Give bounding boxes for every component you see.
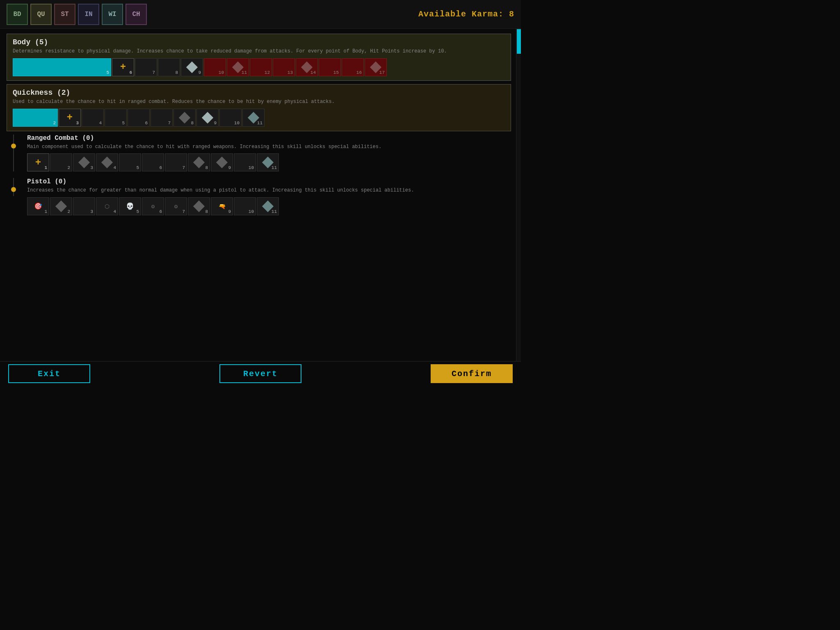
- body-cell-9: 9: [181, 58, 203, 76]
- body-stat-title: Body (5): [13, 38, 505, 46]
- pistol-cell-10: 10: [234, 197, 256, 215]
- gun-icon: 🔫: [219, 203, 226, 210]
- ranged-combat-cell-4: 4: [96, 153, 118, 171]
- diamond-icon: [193, 157, 205, 168]
- diamond-icon: [78, 157, 90, 168]
- pistol-desc: Increases the chance for greater than no…: [27, 187, 511, 194]
- pistol-cell-3: 3: [73, 197, 95, 215]
- ranged-combat-cell-6: 6: [142, 153, 164, 171]
- body-cell-7: 7: [135, 58, 157, 76]
- tab-ch[interactable]: CH: [126, 4, 147, 25]
- quickness-cell-9: 9: [196, 109, 219, 127]
- scrollbar-thumb[interactable]: [517, 29, 521, 54]
- pistol-cell-6: ⚙ 6: [142, 197, 164, 215]
- ranged-combat-bar-row: +1 2 3 4 5 6 7 8: [27, 153, 511, 171]
- pistol-cell-8: 8: [188, 197, 210, 215]
- body-plus-button[interactable]: +6: [112, 58, 134, 76]
- pistol-cell-2: 2: [50, 197, 72, 215]
- ranged-combat-cell-3: 3: [73, 153, 95, 171]
- ranged-combat-cell-9: 9: [211, 153, 233, 171]
- ranged-combat-title: Ranged Combat (0): [27, 135, 511, 142]
- quickness-cell-4: 4: [82, 109, 104, 127]
- quickness-cell-5: 5: [105, 109, 127, 127]
- main-content: Body (5) Determines resistance to physic…: [0, 29, 521, 361]
- diamond-icon: [216, 157, 228, 168]
- quickness-stat-section: Quickness (2) Used to calculate the chan…: [7, 84, 511, 131]
- body-cell-10: 10: [204, 58, 226, 76]
- pistol-cell-1: 🎯 1: [27, 197, 49, 215]
- tab-wi[interactable]: WI: [102, 4, 123, 25]
- footer: Exit Revert Confirm: [0, 361, 521, 386]
- quickness-cell-6: 6: [128, 109, 150, 127]
- revert-button[interactable]: Revert: [219, 364, 301, 383]
- diamond-icon: [202, 112, 213, 123]
- body-bar-filled: 5: [13, 58, 111, 76]
- quickness-cell-10: 10: [219, 109, 242, 127]
- ranged-combat-desc: Main component used to calculate the cha…: [27, 144, 511, 151]
- pistol-section: Pistol (0) Increases the chance for grea…: [7, 178, 511, 215]
- tab-bd[interactable]: BD: [7, 4, 28, 25]
- ranged-combat-cell-8: 8: [188, 153, 210, 171]
- ranged-combat-cell-10: 10: [234, 153, 256, 171]
- body-cell-8: 8: [158, 58, 180, 76]
- quickness-plus-button[interactable]: +3: [59, 109, 81, 127]
- diamond-icon: [193, 201, 205, 212]
- quickness-cell-7: 7: [151, 109, 173, 127]
- pistol-bar-row: 🎯 1 2 3 ⬡ 4 💀 5 ⚙ 6: [27, 197, 511, 215]
- diamond-icon: [179, 112, 190, 123]
- ranged-combat-cell-11: 11: [257, 153, 279, 171]
- ranged-combat-section: Ranged Combat (0) Main component used to…: [7, 135, 511, 172]
- pistol-cell-5: 💀 5: [119, 197, 141, 215]
- body-bar-row: 5 +6 7 8 9 10 11 12 13: [13, 58, 505, 76]
- quickness-cell-8: 8: [173, 109, 196, 127]
- quickness-stat-title: Quickness (2): [13, 89, 505, 97]
- skill-dot: [11, 144, 16, 148]
- karma-display: Available Karma: 8: [418, 9, 514, 19]
- body-cell-14: 14: [296, 58, 318, 76]
- body-stat-section: Body (5) Determines resistance to physic…: [7, 34, 511, 81]
- body-cell-16: 16: [342, 58, 364, 76]
- scrollbar[interactable]: [516, 29, 521, 361]
- bullet-icon: ⬡: [105, 203, 110, 210]
- body-cell-15: 15: [319, 58, 341, 76]
- tab-st[interactable]: ST: [54, 4, 75, 25]
- body-label-5: 5: [106, 70, 109, 75]
- quickness-bar-filled: 2: [13, 109, 58, 127]
- gear-icon: ⚙: [151, 203, 155, 210]
- confirm-button[interactable]: Confirm: [431, 364, 513, 383]
- diamond-icon: [101, 157, 113, 168]
- skill-connector: [13, 135, 14, 172]
- skill-dot-pistol: [11, 187, 16, 192]
- body-cell-17: 17: [365, 58, 387, 76]
- ranged-combat-cell-7: 7: [165, 153, 187, 171]
- diamond-icon: [55, 201, 67, 212]
- body-cell-11: 11: [227, 58, 249, 76]
- quickness-label-2: 2: [53, 121, 56, 126]
- tab-in[interactable]: IN: [78, 4, 99, 25]
- ranged-combat-cell-2: 2: [50, 153, 72, 171]
- nav-tabs: BD QU ST IN WI CH: [7, 4, 147, 25]
- pistol-cell-4: ⬡ 4: [96, 197, 118, 215]
- quickness-bar-row: 2 +3 4 5 6 7 8 9 10 11: [13, 109, 505, 127]
- body-cell-12: 12: [250, 58, 272, 76]
- ranged-combat-plus-button[interactable]: +1: [27, 153, 49, 171]
- gear2-icon: ⚙: [174, 203, 178, 210]
- quickness-cell-11: 11: [242, 109, 265, 127]
- ranged-combat-cell-5: 5: [119, 153, 141, 171]
- pistol-icon-1: 🎯: [34, 202, 42, 210]
- pistol-cell-11: 11: [257, 197, 279, 215]
- header: BD QU ST IN WI CH Available Karma: 8: [0, 0, 521, 29]
- skull-icon: 💀: [126, 202, 134, 210]
- tab-qu[interactable]: QU: [30, 4, 52, 25]
- body-cell-13: 13: [273, 58, 295, 76]
- body-stat-desc: Determines resistance to physical damage…: [13, 48, 505, 55]
- pistol-cell-9: 🔫 9: [211, 197, 233, 215]
- diamond-icon: [186, 62, 198, 73]
- pistol-cell-7: ⚙ 7: [165, 197, 187, 215]
- exit-button[interactable]: Exit: [8, 364, 90, 383]
- pistol-title: Pistol (0): [27, 178, 511, 185]
- quickness-stat-desc: Used to calculate the chance to hit in r…: [13, 98, 505, 105]
